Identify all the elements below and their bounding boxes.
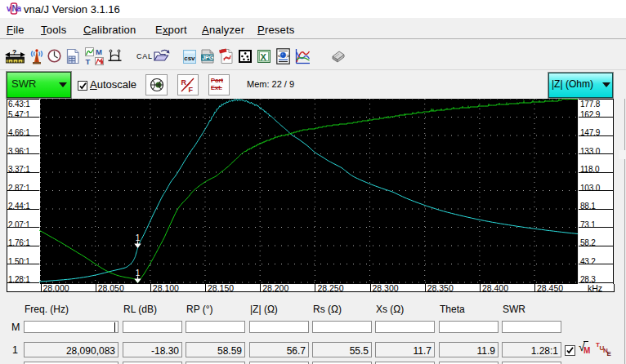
svg-text:1: 1 [136,233,141,242]
svg-text:1: 1 [136,269,141,277]
